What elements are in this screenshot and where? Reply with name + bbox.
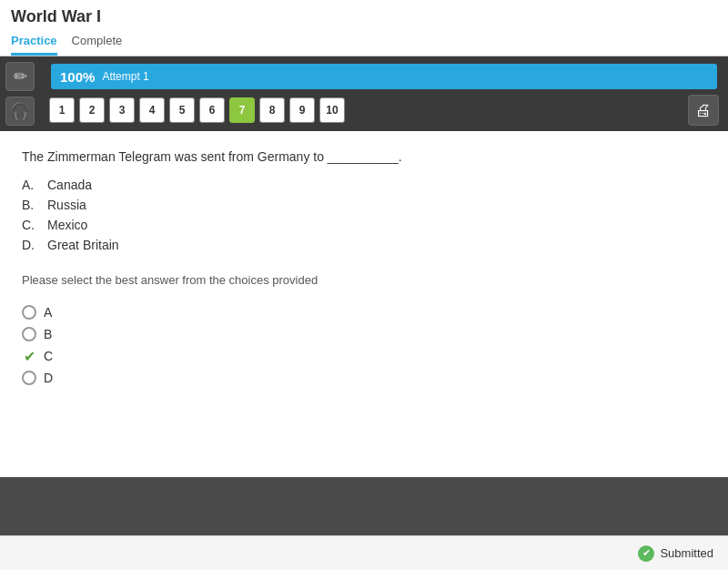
radio-circle-a <box>22 305 36 320</box>
progress-percent: 100% <box>60 69 95 85</box>
submitted-check-icon: ✔ <box>638 545 654 562</box>
tab-complete[interactable]: Complete <box>72 30 123 56</box>
radio-option-d[interactable]: D <box>22 371 706 385</box>
choice-b-label: B. <box>22 198 40 212</box>
question-nav-8[interactable]: 8 <box>259 97 285 123</box>
question-nav-2[interactable]: 2 <box>79 97 105 123</box>
instruction-text: Please select the best answer from the c… <box>22 273 706 287</box>
choice-c-label: C. <box>22 218 40 232</box>
tab-practice[interactable]: Practice <box>11 30 57 56</box>
choice-a: A. Canada <box>22 175 706 195</box>
question-nav-7[interactable]: 7 <box>229 97 255 123</box>
question-nav-3[interactable]: 3 <box>109 97 135 123</box>
radio-option-a[interactable]: A <box>22 305 706 320</box>
radio-circle-b <box>22 327 36 341</box>
choice-d: D. Great Britain <box>22 235 706 255</box>
attempt-label: Attempt 1 <box>102 70 148 83</box>
choice-b-text: Russia <box>47 198 86 212</box>
question-nav-4[interactable]: 4 <box>139 97 165 123</box>
headphone-icon[interactable]: 🎧 <box>5 97 35 126</box>
radio-label-d: D <box>44 371 53 385</box>
submitted-badge: ✔ Submitted <box>638 545 713 562</box>
choice-c-text: Mexico <box>47 218 87 232</box>
print-button[interactable]: 🖨 <box>688 95 719 126</box>
question-nav-1[interactable]: 1 <box>49 97 75 123</box>
question-text: The Zimmerman Telegram was sent from Ger… <box>22 149 706 164</box>
bottom-bar: ✔ Submitted <box>0 535 728 570</box>
radio-label-a: A <box>44 305 52 320</box>
choices-list: A. Canada B. Russia C. Mexico D. Great B… <box>22 175 706 255</box>
radio-options: A B ✔ C D <box>22 305 706 385</box>
choice-d-label: D. <box>22 238 40 252</box>
choice-c: C. Mexico <box>22 215 706 235</box>
choice-a-label: A. <box>22 178 40 192</box>
choice-d-text: Great Britain <box>47 238 119 252</box>
radio-label-c: C <box>44 349 53 363</box>
choice-b: B. Russia <box>22 195 706 215</box>
question-nav-6[interactable]: 6 <box>199 97 225 123</box>
question-content: The Zimmerman Telegram was sent from Ger… <box>0 131 728 477</box>
radio-option-c[interactable]: ✔ C <box>22 349 706 363</box>
radio-circle-d <box>22 371 36 385</box>
submitted-label: Submitted <box>660 546 713 560</box>
question-nav-9[interactable]: 9 <box>289 97 315 123</box>
radio-circle-c: ✔ <box>22 349 36 363</box>
question-nav-10[interactable]: 10 <box>319 97 345 123</box>
question-nav-5[interactable]: 5 <box>169 97 195 123</box>
pencil-icon[interactable]: ✏ <box>5 62 35 91</box>
choice-a-text: Canada <box>47 178 92 192</box>
radio-label-b: B <box>44 327 52 341</box>
print-icon: 🖨 <box>695 101 712 120</box>
progress-bar: 100% Attempt 1 <box>51 64 717 89</box>
page-title: World War I <box>11 7 717 26</box>
radio-option-b[interactable]: B <box>22 327 706 341</box>
